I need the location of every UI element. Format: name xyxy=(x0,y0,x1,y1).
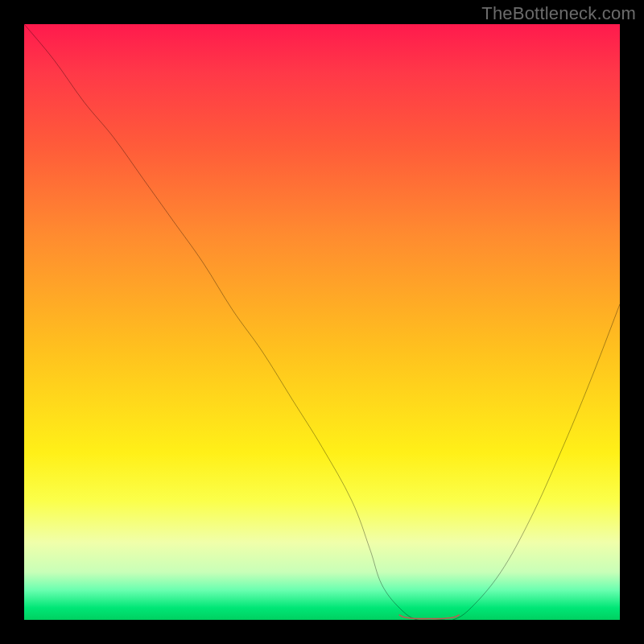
chart-svg xyxy=(24,24,620,620)
chart-plot-area xyxy=(24,24,620,620)
chart-frame: TheBottleneck.com xyxy=(0,0,644,644)
watermark-text: TheBottleneck.com xyxy=(481,3,636,24)
bottleneck-curve-path xyxy=(24,24,620,620)
